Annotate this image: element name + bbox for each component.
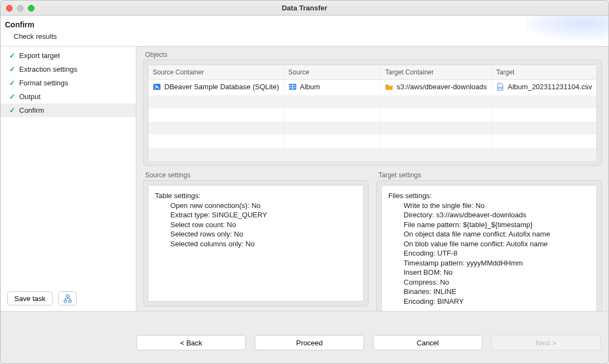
settings-line: Select row count: No xyxy=(170,220,357,230)
col-source[interactable]: Source xyxy=(284,65,381,80)
page-title: Confirm xyxy=(5,20,601,29)
save-task-config-button[interactable] xyxy=(58,291,77,305)
settings-line: Timestamp pattern: yyyyMMddHHmm xyxy=(404,258,590,268)
col-target-container[interactable]: Target Container xyxy=(381,65,492,80)
save-task-button[interactable]: Save task xyxy=(7,291,53,305)
step-label: Export target xyxy=(19,51,60,60)
objects-section: Objects Source Container Source Target C… xyxy=(143,51,602,166)
csv-file-icon: csv xyxy=(496,83,504,91)
table-header-row: Source Container Source Target Container… xyxy=(148,65,597,80)
cell-source: Album xyxy=(300,83,320,91)
settings-line: Compress: No xyxy=(404,278,590,287)
table-icon xyxy=(289,83,297,91)
wizard-footer: < Back Proceed Cancel Next > xyxy=(1,311,608,360)
svg-rect-1 xyxy=(64,300,67,302)
source-settings-heading: Table settings: xyxy=(155,191,357,201)
table-row xyxy=(148,148,597,161)
page-subtitle: Check results xyxy=(14,32,601,41)
svg-rect-2 xyxy=(68,300,71,302)
sidebar-footer: Save task xyxy=(1,286,136,311)
step-label: Format settings xyxy=(19,79,68,87)
next-button: Next > xyxy=(491,335,601,350)
wizard-steps: ✓ Export target ✓ Extraction settings ✓ … xyxy=(1,47,136,286)
settings-row: Source settings Table settings: Open new… xyxy=(143,171,602,307)
check-icon: ✓ xyxy=(8,79,16,87)
target-settings-section: Target settings Files settings: Write to… xyxy=(376,171,602,307)
window-title: Data Transfer xyxy=(1,4,608,12)
titlebar: Data Transfer xyxy=(1,1,608,16)
table-row[interactable]: DBeaver Sample Database (SQLite) Album xyxy=(148,80,597,96)
sidebar: ✓ Export target ✓ Extraction settings ✓ … xyxy=(1,47,136,311)
svg-rect-0 xyxy=(66,294,69,297)
step-output[interactable]: ✓ Output xyxy=(1,90,136,103)
col-target[interactable]: Target xyxy=(492,65,597,80)
settings-line: On object data file name conflict: Autof… xyxy=(404,229,590,239)
step-label: Confirm xyxy=(19,106,44,114)
database-icon xyxy=(153,83,161,91)
cell-target-container: s3://aws/dbeaver-downloads xyxy=(397,83,487,91)
wizard-header: Confirm Check results xyxy=(1,16,608,47)
settings-line: On blob value file name conflict: Autofi… xyxy=(404,239,590,249)
step-format-settings[interactable]: ✓ Format settings xyxy=(1,76,136,90)
table-row xyxy=(148,122,597,135)
cancel-button[interactable]: Cancel xyxy=(373,335,482,350)
check-icon: ✓ xyxy=(8,106,16,114)
settings-line: Write to the single file: No xyxy=(404,201,590,211)
check-icon: ✓ xyxy=(8,93,16,101)
step-label: Output xyxy=(19,93,41,101)
maximize-icon[interactable] xyxy=(28,5,35,11)
settings-line: Directory: s3://aws/dbeaver-downloads xyxy=(404,210,590,220)
settings-line: File name pattern: ${table}_${timestamp} xyxy=(404,220,590,230)
col-source-container[interactable]: Source Container xyxy=(148,65,284,80)
source-settings-label: Source settings xyxy=(145,171,369,179)
settings-line: Extract type: SINGLE_QUERY xyxy=(170,210,357,220)
target-settings-box: Files settings: Write to the single file… xyxy=(381,185,597,311)
proceed-button[interactable]: Proceed xyxy=(255,335,364,350)
back-button[interactable]: < Back xyxy=(136,335,246,350)
folder-icon xyxy=(385,83,393,91)
settings-line: Insert BOM: No xyxy=(404,268,590,278)
settings-line: Selected columns only: No xyxy=(170,239,357,249)
close-icon[interactable] xyxy=(6,5,13,11)
svg-text:csv: csv xyxy=(498,86,503,89)
target-settings-heading: Files settings: xyxy=(388,191,590,201)
settings-line: Encoding: BINARY xyxy=(404,297,590,307)
cell-target: Album_202311231104.csv xyxy=(508,83,592,91)
settings-line: Binaries: INLINE xyxy=(404,287,590,297)
diagram-icon xyxy=(64,294,72,303)
step-label: Extraction settings xyxy=(19,65,77,73)
target-settings-label: Target settings xyxy=(378,171,602,179)
source-settings-section: Source settings Table settings: Open new… xyxy=(143,171,369,307)
cell-source-container: DBeaver Sample Database (SQLite) xyxy=(164,83,279,91)
main-area: ✓ Export target ✓ Extraction settings ✓ … xyxy=(1,47,608,311)
settings-line: Selected rows only: No xyxy=(170,229,357,239)
step-confirm[interactable]: ✓ Confirm xyxy=(1,103,136,117)
settings-line: Encoding: UTF-8 xyxy=(404,249,590,258)
table-row xyxy=(148,108,597,122)
step-extraction-settings[interactable]: ✓ Extraction settings xyxy=(1,62,136,76)
table-row xyxy=(148,95,597,108)
step-export-target[interactable]: ✓ Export target xyxy=(1,49,136,62)
window-controls xyxy=(6,5,35,11)
check-icon: ✓ xyxy=(8,65,16,73)
minimize-icon[interactable] xyxy=(17,5,24,11)
objects-panel: Source Container Source Target Container… xyxy=(143,60,602,166)
settings-line: Open new connection(s): No xyxy=(170,201,357,211)
check-icon: ✓ xyxy=(8,51,16,60)
objects-table: Source Container Source Target Container… xyxy=(148,65,597,161)
table-row xyxy=(148,135,597,148)
content-area: Objects Source Container Source Target C… xyxy=(136,47,608,311)
objects-section-label: Objects xyxy=(145,51,602,59)
source-settings-box: Table settings: Open new connection(s): … xyxy=(148,185,364,302)
